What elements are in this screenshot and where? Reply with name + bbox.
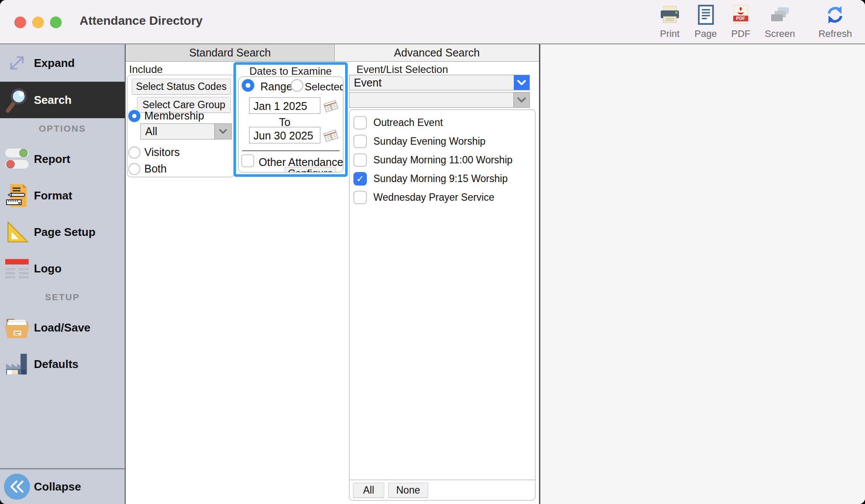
tab-standard-search[interactable]: Standard Search [126, 44, 335, 61]
sidebar-report-label: Report [34, 153, 70, 166]
search-icon [0, 86, 34, 114]
sidebar-defaults-label: Defaults [34, 358, 79, 371]
dates-section-label: Dates to Examine [236, 65, 345, 77]
date-to-field[interactable]: Jun 30 2025 [249, 127, 320, 143]
both-radio-row: Both [128, 162, 166, 175]
range-radio[interactable] [242, 79, 254, 92]
both-radio[interactable] [128, 163, 140, 175]
title-bar: Attendance Directory Print [0, 0, 865, 44]
zoom-button[interactable] [50, 17, 62, 28]
membership-dropdown[interactable]: All [140, 123, 232, 139]
sidebar-item-logo[interactable]: Logo [0, 250, 125, 287]
sidebar-load-save-label: Load/Save [34, 321, 90, 335]
calendar-picker-icon-from[interactable] [323, 99, 339, 115]
event-checkbox[interactable] [353, 116, 367, 129]
dates-inner-box: Range Selected Jan 1 2025 [238, 76, 343, 172]
print-label: Print [660, 28, 679, 40]
visitors-label: Visitors [144, 146, 180, 159]
sidebar-item-search[interactable]: Search [0, 82, 125, 118]
event-row[interactable]: ✓ Sunday Morning 9:15 Worship [349, 169, 535, 188]
sidebar: Expand Search OPTIONS [0, 44, 126, 504]
event-checkbox[interactable] [353, 135, 367, 148]
event-list: Outreach Event Sunday Evening Worship Su… [349, 110, 535, 480]
include-box: Select Status Codes Select Care Group Me… [127, 75, 235, 177]
sidebar-page-setup-label: Page Setup [34, 225, 96, 239]
refresh-button[interactable]: Refresh [818, 4, 852, 40]
sidebar-item-format[interactable]: Format [0, 177, 125, 214]
print-button[interactable]: Print [659, 5, 681, 40]
logo-icon [0, 258, 34, 279]
sidebar-item-page-setup[interactable]: Page Setup [0, 214, 125, 250]
refresh-icon [824, 4, 846, 27]
event-label: Sunday Evening Worship [373, 136, 486, 147]
sidebar-item-load-save[interactable]: Load/Save [0, 309, 125, 346]
event-type-dropdown-button[interactable] [514, 75, 529, 90]
visitors-radio-row: Visitors [128, 146, 180, 159]
defaults-icon [0, 352, 34, 376]
sidebar-item-expand[interactable]: Expand [0, 44, 125, 82]
event-row[interactable]: Sunday Evening Worship [349, 132, 535, 151]
event-checkbox[interactable] [353, 191, 367, 204]
event-list-section-label: Event/List Selection [356, 63, 448, 76]
event-label: Sunday Morning 11:00 Worship [373, 154, 512, 166]
date-from-field[interactable]: Jan 1 2025 [249, 97, 320, 114]
event-filter-dropdown[interactable] [349, 92, 530, 108]
pdf-button[interactable]: PDF PDF [731, 4, 751, 40]
screen-button[interactable]: Screen [765, 5, 795, 40]
window-title: Attendance Directory [80, 14, 203, 28]
event-row[interactable]: Sunday Morning 11:00 Worship [349, 151, 535, 169]
visitors-radio[interactable] [128, 146, 140, 159]
event-label: Sunday Morning 9:15 Worship [373, 173, 508, 185]
sidebar-logo-label: Logo [34, 262, 62, 275]
sidebar-collapse-label: Collapse [34, 480, 81, 494]
search-panel: Standard Search Advanced Search Include … [126, 44, 540, 504]
event-list-box: Outreach Event Sunday Evening Worship Su… [349, 109, 536, 501]
sidebar-item-defaults[interactable]: Defaults [0, 346, 125, 382]
event-row[interactable]: Wednesday Prayer Service [349, 188, 535, 207]
pdf-icon: PDF [731, 4, 751, 27]
calendar-picker-icon-to[interactable] [323, 129, 339, 144]
tab-advanced-search[interactable]: Advanced Search [335, 44, 539, 61]
dates-divider [242, 150, 339, 151]
configure-button[interactable]: Configure [285, 167, 336, 172]
other-attendance-checkbox[interactable] [241, 154, 254, 167]
toolbar: Print Page [659, 4, 852, 40]
range-label: Range [260, 80, 293, 93]
event-type-value: Event [349, 76, 514, 89]
selected-label: Selected [305, 81, 343, 93]
select-status-codes-button[interactable]: Select Status Codes [132, 79, 231, 95]
select-all-button[interactable]: All [353, 483, 384, 498]
event-label: Wednesday Prayer Service [373, 192, 494, 203]
both-label: Both [144, 162, 166, 175]
page-button[interactable]: Page [695, 4, 717, 40]
membership-label: Membership [144, 109, 204, 122]
select-none-button[interactable]: None [388, 483, 428, 498]
svg-text:PDF: PDF [736, 16, 746, 21]
membership-dropdown-value: All [141, 125, 214, 138]
page-icon [696, 4, 715, 27]
pdf-label: PDF [731, 28, 750, 40]
event-checkbox-checked[interactable]: ✓ [353, 172, 367, 186]
membership-radio[interactable] [128, 110, 140, 122]
sidebar-item-collapse[interactable]: Collapse [0, 469, 125, 504]
event-type-dropdown[interactable]: Event [349, 75, 530, 90]
screen-icon [769, 5, 791, 27]
selected-radio[interactable] [291, 79, 303, 92]
event-row[interactable]: Outreach Event [349, 113, 535, 132]
minimize-button[interactable] [32, 17, 44, 28]
include-section-label: Include [129, 63, 163, 76]
format-icon [0, 182, 34, 209]
load-save-icon [0, 316, 34, 339]
report-icon [0, 147, 34, 171]
event-checkbox[interactable] [353, 153, 367, 167]
check-icon: ✓ [356, 174, 364, 184]
chevron-down-icon [517, 80, 526, 86]
close-button[interactable] [14, 17, 26, 28]
sidebar-search-label: Search [34, 93, 72, 107]
sidebar-item-report[interactable]: Report [0, 141, 125, 177]
tab-bar: Standard Search Advanced Search [126, 44, 539, 62]
event-label: Outreach Event [373, 117, 443, 129]
print-icon [659, 5, 681, 27]
event-filter-dropdown-button[interactable] [513, 93, 529, 107]
membership-dropdown-button[interactable] [214, 124, 231, 139]
